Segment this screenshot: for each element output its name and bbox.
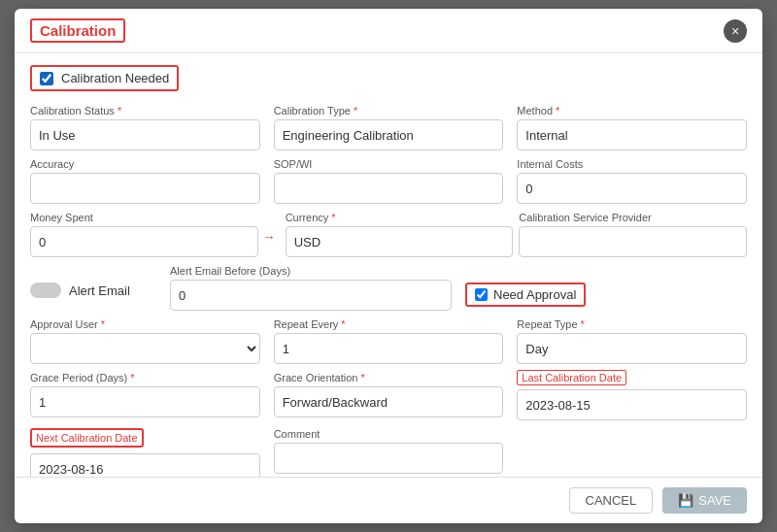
approval-user-select[interactable] [30, 333, 260, 364]
repeat-type-group: Repeat Type [517, 318, 747, 364]
cal-service-provider-input[interactable] [519, 226, 747, 257]
method-group: Method [517, 105, 747, 150]
method-input[interactable] [517, 119, 747, 150]
cal-service-provider-label: Calibration Service Provider [519, 212, 747, 223]
last-cal-date-label: Last Calibration Date [517, 372, 747, 383]
internal-costs-group: Internal Costs [517, 158, 747, 204]
currency-group: Currency [286, 212, 514, 257]
comment-input[interactable] [274, 443, 504, 474]
row6-grid: Grace Period (Days) Grace Orientation La… [30, 372, 747, 420]
accuracy-input[interactable] [30, 173, 260, 204]
last-cal-date-group: Last Calibration Date [517, 372, 747, 420]
alert-email-group: Alert Email [30, 283, 156, 298]
alert-email-toggle[interactable] [30, 283, 61, 298]
modal-header: Calibration × [15, 9, 762, 53]
alert-email-label: Alert Email [69, 283, 130, 298]
calibration-needed-label: Calibration Needed [61, 71, 169, 85]
money-spent-input[interactable] [30, 226, 258, 257]
grace-period-label: Grace Period (Days) [30, 372, 260, 383]
row4-grid: Alert Email Alert Email Before (Days) Ne… [30, 265, 747, 311]
modal-body: Calibration Needed Calibration Status Ca… [15, 53, 762, 477]
calibration-status-input[interactable] [30, 119, 260, 150]
repeat-type-label: Repeat Type [517, 318, 747, 330]
row1-grid: Calibration Status Calibration Type Meth… [30, 105, 747, 150]
grace-period-input[interactable] [30, 386, 260, 417]
repeat-type-input[interactable] [517, 333, 747, 364]
calibration-status-label: Calibration Status [30, 105, 260, 116]
row2-grid: Accuracy SOP/WI Internal Costs [30, 158, 747, 204]
internal-costs-label: Internal Costs [517, 158, 747, 170]
internal-costs-input[interactable] [517, 173, 747, 204]
approval-user-group: Approval User [30, 318, 260, 364]
last-cal-date-input[interactable] [517, 389, 747, 420]
calibration-modal: Calibration × Calibration Needed Calibra… [15, 9, 762, 523]
row7-grid: Next Calibration Date Comment [30, 428, 747, 477]
save-button[interactable]: 💾 SAVE [662, 487, 747, 514]
sop-wi-input[interactable] [274, 173, 504, 204]
comment-label: Comment [274, 428, 504, 440]
calibration-type-label: Calibration Type [274, 105, 504, 116]
accuracy-label: Accuracy [30, 158, 260, 170]
calibration-type-input[interactable] [274, 119, 504, 150]
money-spent-group: Money Spent [30, 212, 258, 257]
grace-orientation-group: Grace Orientation [274, 372, 504, 420]
accuracy-group: Accuracy [30, 158, 260, 204]
grace-orientation-input[interactable] [274, 386, 504, 417]
sop-wi-group: SOP/WI [274, 158, 504, 204]
alert-email-days-label: Alert Email Before (Days) [170, 265, 452, 277]
grace-period-group: Grace Period (Days) [30, 372, 260, 420]
repeat-every-label: Repeat Every [274, 318, 504, 330]
save-label: SAVE [698, 493, 731, 508]
currency-arrow-icon: → [264, 229, 280, 245]
calibration-needed-row[interactable]: Calibration Needed [30, 65, 179, 91]
save-icon: 💾 [678, 493, 693, 508]
need-approval-checkbox[interactable] [475, 288, 488, 301]
grace-orientation-label: Grace Orientation [274, 372, 504, 383]
comment-group: Comment [274, 428, 504, 477]
calibration-type-group: Calibration Type [274, 105, 504, 150]
next-cal-date-input[interactable] [30, 453, 260, 477]
next-cal-date-label: Next Calibration Date [30, 428, 144, 448]
need-approval-label: Need Approval [493, 287, 576, 302]
modal-title: Calibration [30, 18, 125, 43]
cal-service-provider-group: Calibration Service Provider [519, 212, 747, 257]
repeat-every-input[interactable] [274, 333, 504, 364]
sop-wi-label: SOP/WI [274, 158, 504, 170]
alert-email-days-input[interactable] [170, 280, 452, 311]
calibration-status-group: Calibration Status [30, 105, 260, 150]
cancel-button[interactable]: CANCEL [569, 487, 654, 514]
modal-overlay: Calibration × Calibration Needed Calibra… [0, 0, 777, 532]
need-approval-box[interactable]: Need Approval [465, 283, 586, 307]
row3-grid: Money Spent → Currency Calibration Servi… [30, 212, 747, 257]
alert-email-days-group: Alert Email Before (Days) [170, 265, 452, 311]
close-button[interactable]: × [724, 19, 747, 43]
money-spent-label: Money Spent [30, 212, 258, 223]
repeat-every-group: Repeat Every [274, 318, 504, 364]
next-cal-date-group: Next Calibration Date [30, 428, 260, 477]
approval-user-label: Approval User [30, 318, 260, 330]
row7-empty [517, 428, 747, 477]
row5-grid: Approval User Repeat Every Repeat Type [30, 318, 747, 364]
currency-input[interactable] [286, 226, 514, 257]
method-label: Method [517, 105, 747, 116]
modal-footer: CANCEL 💾 SAVE [15, 477, 762, 523]
currency-label: Currency [286, 212, 514, 223]
calibration-needed-checkbox[interactable] [40, 72, 53, 85]
